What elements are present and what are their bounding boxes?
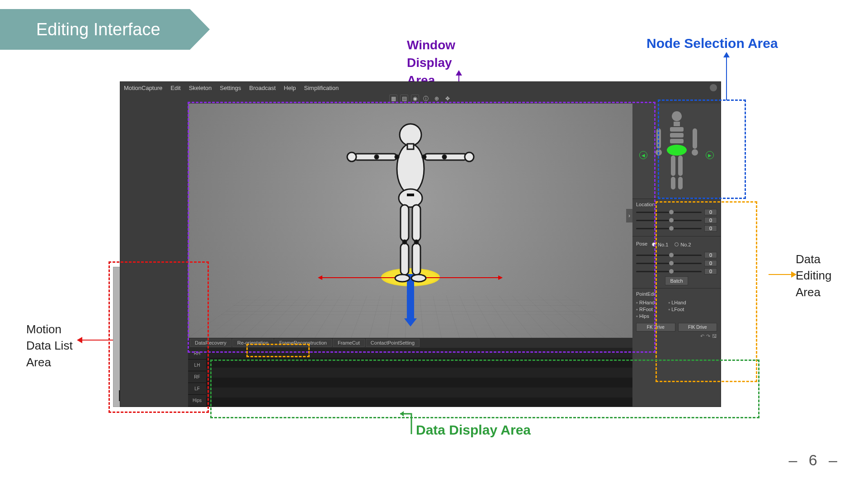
svg-point-19 (403, 240, 406, 244)
row-lf: LF (188, 383, 206, 395)
rotate-left-icon[interactable]: ◀ (639, 151, 647, 159)
svg-rect-23 (674, 122, 680, 126)
viewport-3d[interactable]: › (188, 104, 632, 338)
point-rhand[interactable]: RHand (636, 300, 655, 305)
menu-settings[interactable]: Settings (220, 85, 241, 91)
svg-rect-4 (407, 144, 414, 149)
svg-rect-33 (678, 156, 683, 176)
svg-rect-14 (412, 205, 420, 241)
viewport-toolbar: ▦ ▤ ◉ ⓘ ⊕ ✥ (120, 94, 721, 104)
arrow-right-orange (769, 271, 797, 278)
slide-title-banner: Editing Interface (0, 9, 190, 50)
mannequin-tpose (329, 114, 492, 286)
pose-title: Pose (636, 241, 647, 246)
svg-point-12 (443, 155, 446, 159)
menu-help[interactable]: Help (284, 85, 296, 91)
svg-rect-25 (670, 133, 684, 137)
svg-rect-29 (693, 128, 697, 149)
callout-data-display: Data Display Area (416, 421, 531, 440)
timeline[interactable]: 120 120fps 1x ∞ ✂ ⏮ ◀◀ ◀ ▶ ▶▶ ⏭ RH LH RF… (188, 348, 632, 407)
svg-point-22 (672, 111, 682, 121)
svg-rect-13 (401, 205, 409, 241)
svg-rect-34 (671, 177, 675, 189)
gizmo-icon[interactable]: ✥ (443, 95, 452, 103)
location-title: Location (636, 202, 717, 207)
grid-icon[interactable]: ▦ (389, 95, 397, 103)
slide-title: Editing Interface (36, 20, 160, 39)
page-number: – 6 – (788, 451, 841, 469)
svg-rect-26 (670, 139, 684, 143)
svg-point-18 (411, 274, 426, 282)
svg-point-31 (692, 149, 698, 156)
pose-radio-1[interactable]: No.1 (652, 242, 668, 247)
point-lfoot[interactable]: LFoot (668, 307, 686, 312)
tab-framereconstruction[interactable]: FrameReconstruction (274, 339, 332, 347)
svg-rect-16 (412, 243, 420, 275)
batch-button[interactable]: Batch (665, 276, 688, 285)
svg-rect-28 (656, 128, 661, 149)
tab-reorientation[interactable]: Re-orientation (232, 339, 274, 347)
timeline-row-labels: RH LH RF LF Hips (188, 348, 206, 407)
callout-motion-data-list: Motion Data List Area (26, 321, 73, 370)
svg-point-30 (656, 149, 662, 156)
redo-icon[interactable]: ↷ (706, 333, 710, 339)
pose-z-slider[interactable]: 0 (636, 268, 717, 274)
panel-location: Location 0 0 0 (632, 199, 721, 236)
footer-tabs: DataRecovery Re-orientation FrameReconst… (188, 338, 632, 348)
row-hips: Hips (188, 395, 206, 407)
svg-rect-21 (407, 194, 414, 196)
info-icon[interactable]: ⓘ (422, 95, 430, 103)
point-hips[interactable]: Hips (636, 313, 655, 319)
location-z-slider[interactable]: 0 (636, 225, 717, 232)
undo-icon[interactable]: ↶ (700, 333, 704, 339)
menu-simplification[interactable]: Simplification (304, 85, 339, 91)
svg-rect-24 (670, 127, 684, 132)
svg-rect-15 (401, 243, 409, 275)
arrow-up-blue (723, 52, 730, 100)
svg-point-7 (347, 152, 356, 161)
svg-point-27 (667, 145, 687, 156)
layers-icon[interactable]: ▤ (400, 95, 408, 103)
menu-broadcast[interactable]: Broadcast (249, 85, 276, 91)
row-rf: RF (188, 371, 206, 383)
svg-point-11 (375, 155, 378, 159)
motion-capture-app: MotionCapture Edit Skeleton Settings Bro… (120, 81, 721, 407)
menu-edit[interactable]: Edit (170, 85, 180, 91)
timeline-tracks[interactable] (206, 348, 632, 407)
fk-drive-button[interactable]: FK Drive (636, 323, 675, 331)
right-panel: ◀ ▶ (632, 104, 721, 407)
rotate-right-icon[interactable]: ▶ (706, 151, 714, 159)
location-y-slider[interactable]: 0 (636, 217, 717, 223)
pose-y-slider[interactable]: 0 (636, 260, 717, 266)
callout-node-selection: Node Selection Area (646, 34, 778, 53)
pose-x-slider[interactable]: 0 (636, 252, 717, 258)
menu-motioncapture[interactable]: MotionCapture (124, 85, 162, 91)
pointedit-title: PointEdit (636, 291, 717, 297)
svg-point-17 (395, 274, 410, 282)
location-x-slider[interactable]: 0 (636, 209, 717, 215)
tab-datarecovery[interactable]: DataRecovery (190, 339, 231, 347)
panel-pose: Pose No.1 No.2 0 0 0 Batch (632, 236, 721, 288)
menu-skeleton[interactable]: Skeleton (189, 85, 212, 91)
target-icon[interactable]: ⊕ (433, 95, 441, 103)
node-selector[interactable]: ◀ ▶ (632, 104, 721, 199)
point-lhand[interactable]: LHand (668, 300, 686, 305)
svg-point-8 (465, 152, 474, 161)
pose-radio-2[interactable]: No.2 (675, 242, 691, 247)
user-avatar-icon[interactable] (710, 84, 717, 91)
tab-contactpointsetting[interactable]: ContactPointSetting (366, 339, 420, 347)
point-rfoot[interactable]: RFoot (636, 307, 655, 312)
camera-icon[interactable]: ◉ (411, 95, 419, 103)
arrow-green-elbow (400, 409, 423, 438)
svg-point-10 (422, 155, 426, 159)
row-rh: RH (188, 348, 206, 360)
fik-drive-button[interactable]: FIK Drive (678, 323, 717, 331)
row-lh: LH (188, 360, 206, 371)
svg-point-1 (397, 144, 424, 194)
svg-point-2 (399, 189, 422, 207)
svg-rect-35 (678, 177, 683, 189)
save-icon[interactable]: 🖫 (712, 333, 717, 339)
tab-framecut[interactable]: FrameCut (333, 339, 365, 347)
panel-collapse-handle[interactable]: › (626, 209, 632, 222)
svg-point-9 (395, 155, 399, 159)
